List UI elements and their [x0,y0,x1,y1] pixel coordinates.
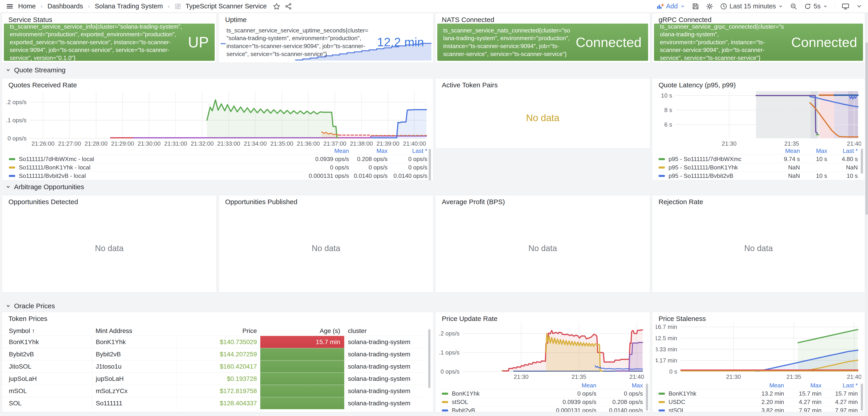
series-stat-value: NaN [766,172,800,180]
add-panel-button[interactable]: Add [656,2,685,10]
column-header-symbol[interactable]: Symbol ↑ [2,327,92,334]
series-name[interactable]: USDC [669,398,745,406]
chart-legend: MeanMaxLast *BonK1Yhk13.2 min15.7 min15.… [658,382,858,412]
stat-value-area: ts_scanner_service_nats_connected{cluste… [437,24,648,61]
cell-mint-address: mSoLzYCx [92,385,177,397]
legend-sort-max[interactable]: Max [349,148,388,155]
x-axis-tick-label: 21:40 [847,373,861,380]
panel-title[interactable]: Price Staleness [658,315,706,323]
panel-title[interactable]: Rejection Rate [658,198,703,206]
series-color-swatch [442,393,448,395]
section-arbitrage-opportunities[interactable]: Arbitrage Opportunities [5,183,84,191]
series-stat-value: 13.2 min [745,390,784,397]
legend-sort-mean[interactable]: Mean [766,148,800,155]
panel-title[interactable]: Opportunities Detected [8,198,78,206]
breadcrumb-separator: › [167,3,170,9]
breadcrumb-folder[interactable]: Solana Trading System [95,2,163,10]
legend-scrollbar[interactable] [861,149,863,174]
quotes-received-rate-chart[interactable]: 0 ops/s0.1 ops/s0.2 ops/s21:26:0021:27:0… [6,90,430,147]
series-color-swatch [442,401,448,403]
series-name[interactable]: p95 - So111111/Bvbit2vB [669,172,766,180]
kiosk-mode-monitor-icon[interactable] [842,2,849,10]
series-color-swatch [658,409,665,412]
cell-cluster: solana-trading-system [344,387,426,395]
dashboard-settings-gear-icon[interactable] [706,3,713,10]
collapse-topbar-chevron-icon[interactable] [856,3,862,9]
legend-sort-max[interactable]: Max [596,382,643,389]
panel-title[interactable]: Price Update Rate [442,315,497,323]
panel-title[interactable]: Service Status [8,16,52,24]
share-icon[interactable] [285,3,292,10]
panel-title[interactable]: Token Prices [8,315,48,323]
stat-value-area: ts_scanner_service_service_info{cluster=… [4,24,215,61]
metric-label: ts_scanner_service_nats_connected{cluste… [443,27,570,58]
series-name[interactable]: So111111/BonK1Yhk - local [19,164,308,171]
x-axis-tick-label: 21:33:00 [217,140,240,147]
panel-title[interactable]: Quotes Received Rate [8,81,77,89]
column-header-price[interactable]: Price [177,327,260,334]
time-range-picker[interactable]: Last 15 minutes [720,2,783,10]
panel-title[interactable]: Opportunities Published [225,198,298,206]
series-stat-value: 0 ops/s [388,164,427,171]
legend-scrollbar[interactable] [646,384,648,411]
column-header-mint-address[interactable]: Mint Address [92,327,177,334]
breadcrumb-separator: › [88,3,90,9]
section-oracle-prices[interactable]: Oracle Prices [5,302,55,310]
series-stat-value: 0 ops/s [547,390,596,397]
table-scrollbar[interactable] [428,329,431,388]
panel-active-token-pairs: Active Token Pairs No data [435,78,650,149]
panel-title[interactable]: Active Token Pairs [442,81,498,89]
column-header-cluster[interactable]: cluster [344,327,426,334]
stat-value: Connected [576,34,642,50]
add-label: Add [666,2,678,10]
legend-sort-last[interactable]: Last * [827,148,858,155]
column-header-age[interactable]: Age (s) [260,326,344,336]
breadcrumb-home[interactable]: Home [18,2,36,10]
legend-sort-last[interactable]: Last * [822,382,858,389]
series-name[interactable]: p95 - So111111/BonK1Yhk [669,164,766,171]
dashboard-toolbar: Add Last 15 minutes 5s [656,2,862,11]
legend-scrollbar[interactable] [429,149,431,180]
series-name[interactable]: BonK1Yhk [669,390,745,397]
series-name[interactable]: Bvbit2vB [452,407,547,412]
legend-sort-mean[interactable]: Mean [745,382,784,389]
legend-sort-max[interactable]: Max [800,148,827,155]
series-name[interactable]: So111111/Bvbit2vB - local [19,172,308,180]
panel-title[interactable]: Uptime [225,16,247,24]
panel-price-staleness: Price Staleness 0 s4.17 min8.33 min12.5 … [652,312,865,412]
series-stat-value: 0 ops/s [596,390,643,397]
page-scrollbar-track[interactable] [865,13,868,416]
panel-title[interactable]: gRPC Connected [658,16,711,24]
series-name[interactable]: p95 - So111111/7dHbWXmc [669,156,766,163]
series-stat-value: 0.0140 ops/s [388,172,427,180]
cell-symbol: mSOL [2,387,92,395]
series-name[interactable]: BonK1Yhk [452,390,547,397]
series-stat-value: 2.20 min [745,398,784,406]
series-stat-value: 3.82 min [745,407,784,412]
legend-sort-mean[interactable]: Mean [547,382,596,389]
quote-latency-chart[interactable]: 6 s8 s10 s21:3021:3521:40 [656,90,861,147]
series-name[interactable]: So111111/7dHbWXmc - local [19,156,308,163]
breadcrumb-dashboards[interactable]: Dashboards [48,2,83,10]
panel-title[interactable]: Average Profit (BPS) [442,198,505,206]
price-update-rate-chart[interactable]: 0 ops/s0.1 ops/s0.2 ops/s21:3021:3521:40 [439,320,646,380]
favorite-star-icon[interactable] [273,3,280,10]
series-stat-value: NaN [827,164,858,171]
x-axis-tick-label: 21:30:00 [138,140,161,147]
legend-sort-last[interactable]: Last * [388,148,427,155]
price-staleness-chart[interactable]: 0 s4.17 min8.33 min12.5 min16.7 min21:30… [656,320,861,380]
series-name[interactable]: stSOL [452,398,547,406]
save-dashboard-icon[interactable] [692,3,699,10]
page-scrollbar-thumb[interactable] [866,42,868,215]
legend-sort-mean[interactable]: Mean [308,148,349,155]
zoom-out-time-icon[interactable] [790,3,797,10]
section-quote-streaming[interactable]: Quote Streaming [5,66,66,74]
panel-title[interactable]: Quote Latency (p95, p99) [658,81,736,89]
hamburger-menu-icon[interactable] [6,2,13,10]
refresh-picker[interactable]: 5s [804,2,828,10]
legend-sort-max[interactable]: Max [784,382,822,389]
legend-scrollbar[interactable] [861,384,863,411]
panel-title[interactable]: NATS Connected [442,16,494,24]
x-axis-tick-label: 21:37:00 [323,140,346,147]
series-name[interactable]: stSOL [669,407,745,412]
